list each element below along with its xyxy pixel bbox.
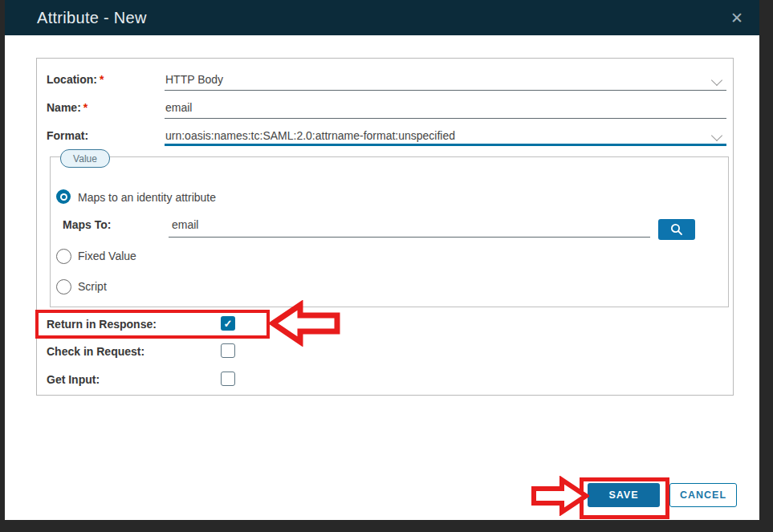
radio-maps-to-identity[interactable]	[56, 189, 71, 204]
maps-to-input[interactable]: email	[172, 218, 621, 231]
get-input-checkbox[interactable]	[221, 372, 235, 386]
required-asterisk: *	[100, 73, 104, 86]
maps-to-label: Maps To:	[63, 218, 111, 231]
radio-script[interactable]	[56, 279, 71, 294]
name-input[interactable]: email	[165, 101, 695, 114]
value-section-box	[50, 156, 729, 307]
annotation-rect-return-in-response	[35, 310, 270, 339]
radio-fixed-value-label: Fixed Value	[78, 250, 136, 262]
radio-maps-to-identity-label: Maps to an identity attribute	[78, 191, 216, 204]
dialog-header: Attribute - New ✕	[5, 0, 759, 35]
name-label: Name:*	[47, 101, 87, 114]
radio-script-label: Script	[78, 280, 107, 293]
tab-value[interactable]: Value	[60, 149, 110, 168]
format-select[interactable]: urn:oasis:names:tc:SAML:2.0:attrname-for…	[165, 129, 695, 142]
format-label: Format:	[47, 129, 88, 142]
close-icon[interactable]: ✕	[727, 8, 747, 27]
search-icon	[669, 222, 684, 237]
radio-fixed-value[interactable]	[56, 249, 71, 264]
required-asterisk: *	[83, 101, 87, 114]
get-input-label: Get Input:	[47, 373, 100, 386]
check-in-request-label: Check in Request:	[47, 345, 144, 358]
cancel-button[interactable]: CANCEL	[669, 483, 737, 507]
screenshot-stage: Attribute - New ✕ Location:* HTTP Body N…	[0, 0, 773, 532]
format-underline	[165, 144, 726, 146]
location-label: Location:*	[47, 73, 104, 86]
annotation-arrow-left-icon	[270, 300, 340, 347]
name-underline	[165, 118, 726, 119]
dialog-title: Attribute - New	[37, 9, 147, 27]
check-in-request-checkbox[interactable]	[221, 343, 235, 358]
attribute-new-dialog: Attribute - New ✕ Location:* HTTP Body N…	[5, 0, 759, 520]
location-select[interactable]: HTTP Body	[165, 73, 695, 86]
maps-to-underline	[169, 237, 650, 238]
location-underline	[165, 90, 726, 91]
search-button[interactable]	[658, 219, 695, 240]
annotation-arrow-right-icon	[530, 476, 589, 516]
annotation-rect-save	[580, 477, 669, 519]
